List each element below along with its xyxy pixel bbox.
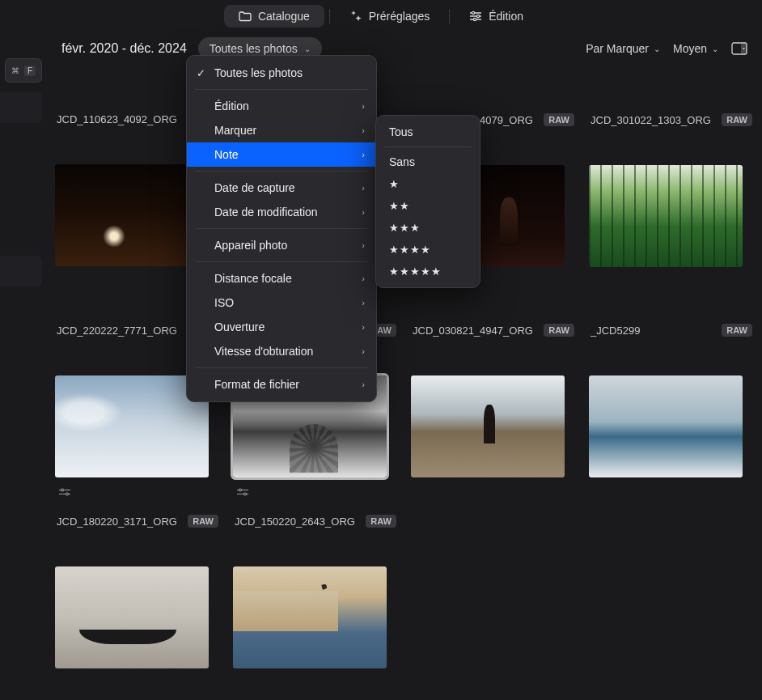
thumbnail[interactable]	[589, 165, 743, 267]
tab-edition[interactable]: Édition	[455, 5, 538, 28]
panel-toggle-button[interactable]	[731, 42, 747, 55]
photo-cell[interactable]: JCD_180220_3171_ORG RAW	[55, 507, 220, 668]
chevron-right-icon: ›	[362, 346, 365, 356]
size-dropdown[interactable]: Moyen ⌄	[673, 42, 718, 55]
format-badge: RAW	[722, 113, 752, 126]
tab-label: Édition	[489, 10, 523, 23]
photo-cell[interactable]: JCD_030821_4947_ORG RAW	[411, 316, 576, 507]
svg-point-8	[239, 489, 242, 491]
submenu-item-none[interactable]: Sans	[376, 151, 480, 173]
submenu-item-3star[interactable]: ★★★	[376, 217, 480, 239]
menu-label: Ouverture	[214, 320, 265, 333]
photo-cell[interactable]: _JCD5299 RAW	[589, 316, 754, 507]
submenu-item-1star[interactable]: ★	[376, 173, 480, 195]
key-f-label: F	[24, 66, 36, 76]
menu-item-shutter[interactable]: Vitesse d'obturation ›	[187, 339, 376, 363]
menu-label: Note	[214, 148, 239, 161]
format-badge: RAW	[722, 324, 752, 337]
svg-point-0	[472, 11, 475, 14]
separator	[195, 171, 368, 172]
star-rating: ★★	[389, 200, 410, 212]
chevron-right-icon: ›	[362, 207, 365, 217]
filename-label: JCD_220222_7771_ORG	[57, 325, 183, 337]
menu-item-capture-date[interactable]: Date de capture ›	[187, 176, 376, 200]
menu-item-note[interactable]: Note ›	[187, 142, 376, 167]
filter-menu: Toutes les photos Édition › Marquer › No…	[186, 55, 377, 402]
menu-label: Toutes les photos	[214, 66, 303, 79]
chevron-right-icon: ›	[362, 150, 365, 159]
photo-cell[interactable]: JCD_150220_2643_ORG RAW	[233, 507, 398, 668]
svg-point-7	[66, 493, 69, 495]
svg-point-9	[244, 493, 247, 495]
filename-label: JCD_301022_1303_ORG	[591, 114, 717, 126]
menu-label: Vitesse d'obturation	[214, 345, 313, 358]
cmd-key-icon: ⌘	[11, 66, 19, 75]
menu-item-aperture[interactable]: Ouverture ›	[187, 315, 376, 339]
separator	[195, 89, 368, 90]
menu-label: Appareil photo	[214, 239, 287, 252]
chevron-right-icon: ›	[362, 240, 365, 250]
keyboard-shortcut-badge[interactable]: ⌘ F	[5, 58, 42, 83]
filename-label: _JCD5299	[591, 325, 717, 337]
separator	[329, 9, 330, 23]
sort-dropdown[interactable]: Par Marquer ⌄	[586, 42, 660, 55]
tab-label: Catalogue	[258, 10, 310, 23]
menu-item-iso[interactable]: ISO ›	[187, 291, 376, 315]
folder-icon	[239, 11, 252, 22]
menu-item-edition[interactable]: Édition ›	[187, 94, 376, 118]
sparkle-icon	[349, 10, 362, 23]
menu-label: Distance focale	[214, 272, 292, 285]
filename-label: JCD_030821_4947_ORG	[413, 325, 539, 337]
chevron-down-icon: ⌄	[712, 45, 718, 53]
menu-item-format[interactable]: Format de fichier ›	[187, 372, 376, 397]
svg-point-5	[743, 48, 745, 49]
photo-cell[interactable]: JCD_301022_1303_ORG RAW	[589, 105, 754, 267]
left-rail: ⌘ F	[0, 58, 45, 286]
star-rating: ★★★★	[389, 244, 431, 256]
toolbar: févr. 2020 - déc. 2024 Toutes les photos…	[0, 29, 762, 66]
menu-item-camera[interactable]: Appareil photo ›	[187, 233, 376, 257]
format-badge: RAW	[188, 515, 218, 528]
tab-catalogue[interactable]: Catalogue	[224, 5, 324, 28]
menu-item-focal[interactable]: Distance focale ›	[187, 266, 376, 291]
separator	[195, 228, 368, 229]
submenu-label: Tous	[389, 125, 413, 138]
sliders-icon	[469, 11, 482, 22]
format-badge: RAW	[544, 324, 574, 337]
filename-label: JCD_150220_2643_ORG	[235, 515, 361, 528]
menu-item-mark[interactable]: Marquer ›	[187, 118, 376, 142]
chevron-right-icon: ›	[362, 183, 365, 193]
chevron-right-icon: ›	[362, 380, 365, 389]
chevron-right-icon: ›	[362, 298, 365, 308]
menu-item-mod-date[interactable]: Date de modification ›	[187, 200, 376, 224]
star-rating: ★★★	[389, 222, 421, 234]
size-label: Moyen	[673, 42, 707, 55]
thumbnail[interactable]	[233, 566, 387, 668]
chevron-right-icon: ›	[362, 322, 365, 332]
date-range-label: févr. 2020 - déc. 2024	[61, 41, 187, 56]
submenu-item-2star[interactable]: ★★	[376, 195, 480, 217]
sort-label: Par Marquer	[586, 42, 649, 55]
separator	[195, 367, 368, 368]
menu-label: Date de modification	[214, 206, 318, 218]
submenu-item-all[interactable]: Tous	[376, 121, 480, 143]
tab-presets[interactable]: Préréglages	[335, 5, 445, 28]
rail-placeholder[interactable]	[0, 92, 42, 123]
adjust-icon[interactable]	[236, 488, 249, 496]
thumbnail[interactable]	[411, 375, 565, 477]
menu-label: ISO	[214, 296, 234, 309]
rail-placeholder[interactable]	[0, 256, 42, 286]
thumbnail[interactable]	[55, 566, 209, 668]
thumbnail[interactable]	[589, 375, 743, 477]
menu-item-all-photos[interactable]: Toutes les photos	[187, 61, 376, 85]
chevron-right-icon: ›	[362, 274, 365, 283]
menu-label: Date de capture	[214, 181, 295, 194]
format-badge: RAW	[366, 515, 396, 528]
filter-label: Toutes les photos	[210, 42, 298, 55]
star-rating: ★★★★★	[389, 265, 442, 278]
menu-label: Marquer	[214, 124, 256, 137]
submenu-item-4star[interactable]: ★★★★	[376, 239, 480, 261]
adjust-icon[interactable]	[58, 488, 71, 496]
star-rating: ★	[389, 178, 400, 190]
submenu-item-5star[interactable]: ★★★★★	[376, 261, 480, 282]
